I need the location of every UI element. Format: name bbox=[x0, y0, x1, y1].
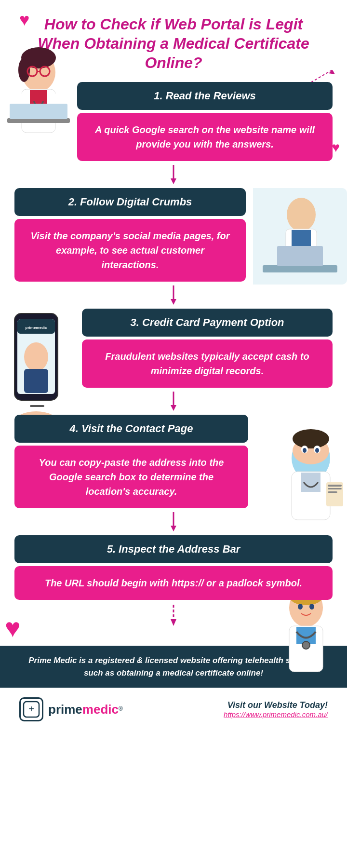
logo-registered: ® bbox=[119, 705, 123, 712]
logo-text: primemedic® bbox=[48, 702, 123, 717]
svg-text:primemedic: primemedic bbox=[26, 326, 47, 330]
logo-prime: prime bbox=[48, 702, 82, 717]
doctor-illustration-2 bbox=[253, 188, 347, 285]
step-3-desc: Fraudulent websites typically accept cas… bbox=[82, 339, 333, 388]
step-4-header: 4. Visit the Contact Page bbox=[14, 415, 248, 443]
heart-icon-1: ♥ bbox=[332, 140, 340, 155]
svg-rect-46 bbox=[328, 488, 342, 489]
svg-marker-59 bbox=[171, 619, 176, 626]
svg-rect-45 bbox=[328, 485, 342, 487]
header-heart-icon: ♥ bbox=[19, 10, 29, 30]
doctor-illustration-1 bbox=[0, 43, 77, 178]
big-heart-icon: ♥ bbox=[5, 612, 21, 643]
logo-medic: medic bbox=[82, 702, 119, 717]
footer-right: Visit our Website Today! https://www.pri… bbox=[224, 700, 328, 719]
step-2-desc: Visit the company's social media pages, … bbox=[14, 219, 246, 282]
svg-marker-22 bbox=[171, 299, 176, 305]
svg-rect-28 bbox=[24, 369, 48, 393]
footer-url-link[interactable]: https://www.primemedic.com.au/ bbox=[224, 710, 328, 719]
svg-point-57 bbox=[302, 641, 310, 649]
svg-text:+: + bbox=[28, 704, 34, 714]
svg-point-53 bbox=[298, 604, 303, 610]
step-3-section: primemedic 3. Credit Card Payment Option… bbox=[0, 309, 347, 388]
step-4-section: 4. Visit the Contact Page You can copy-p… bbox=[0, 415, 347, 508]
doctor-illustration-3 bbox=[253, 429, 347, 535]
step-5-section: ♥ 5. In bbox=[0, 535, 347, 600]
page-wrapper: ♥ How to Check if Web Portal is Legit Wh… bbox=[0, 0, 347, 731]
svg-marker-14 bbox=[171, 178, 176, 184]
step-2-section: 2. Follow Digital Crumbs Visit the compa… bbox=[0, 188, 347, 282]
svg-rect-47 bbox=[328, 491, 337, 493]
step-1-desc: A quick Google search on the website nam… bbox=[77, 113, 333, 161]
svg-marker-12 bbox=[329, 70, 335, 74]
svg-point-37 bbox=[293, 429, 329, 448]
svg-marker-49 bbox=[171, 526, 176, 531]
step-4-desc: You can copy-paste the address into the … bbox=[14, 446, 248, 508]
svg-point-54 bbox=[309, 604, 314, 610]
svg-rect-20 bbox=[277, 246, 323, 266]
svg-rect-18 bbox=[292, 230, 311, 247]
footer-logo: + primemedic® bbox=[19, 697, 123, 721]
svg-point-27 bbox=[24, 342, 48, 371]
logo-icon: + bbox=[19, 697, 43, 721]
svg-marker-33 bbox=[171, 405, 176, 411]
step-1-header: 1. Read the Reviews bbox=[77, 82, 333, 110]
svg-rect-29 bbox=[30, 405, 44, 407]
svg-rect-19 bbox=[263, 265, 337, 272]
step-5-desc: The URL should begin with https:// or a … bbox=[14, 566, 333, 600]
svg-point-16 bbox=[287, 198, 316, 231]
footer-visit-label: Visit our Website Today! bbox=[224, 700, 328, 710]
step-2-header: 2. Follow Digital Crumbs bbox=[14, 188, 246, 216]
svg-point-41 bbox=[315, 448, 319, 453]
svg-point-40 bbox=[303, 448, 307, 453]
step-5-header: 5. Inspect the Address Bar bbox=[14, 535, 333, 563]
svg-rect-11 bbox=[10, 104, 67, 119]
footer-bottom: + primemedic® Visit our Website Today! h… bbox=[0, 688, 347, 731]
step-3-header: 3. Credit Card Payment Option bbox=[82, 309, 333, 337]
